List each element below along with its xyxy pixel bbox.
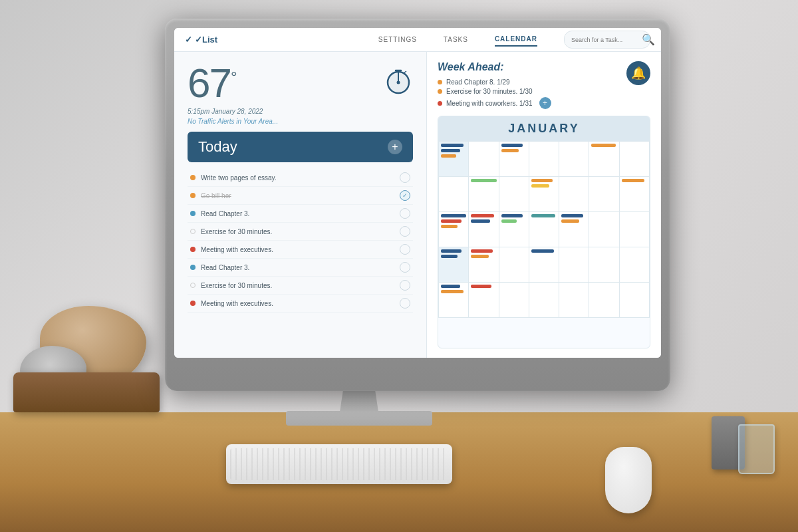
task-row: Read Chapter 3. — [188, 259, 413, 277]
monitor-stand-base — [286, 411, 432, 426]
weather-traffic: No Traffic Alerts in Your Area... — [188, 118, 278, 125]
cal-bar — [471, 255, 489, 258]
cal-bar — [561, 214, 583, 217]
task-text: Meeting with executives. — [201, 300, 394, 307]
check-icon: ✓ — [185, 35, 192, 45]
cal-bar — [591, 144, 615, 147]
weather-datetime: 5:15pm January 28, 2022 — [188, 108, 278, 115]
task-checkbox[interactable] — [400, 226, 410, 237]
cal-cell — [439, 142, 468, 176]
timer-icon[interactable] — [384, 66, 413, 96]
monitor-screen: ✓ ✓List SETTINGS TASKs CALENDAR 🔍 — [174, 28, 661, 358]
task-checkbox[interactable]: ✓ — [400, 190, 410, 201]
svg-point-4 — [397, 81, 400, 84]
cal-bar — [501, 149, 519, 152]
cal-cell — [529, 142, 559, 176]
nav-tasks[interactable]: TASKs — [444, 33, 468, 46]
today-label: Today — [198, 138, 237, 156]
cal-bar — [441, 255, 458, 258]
cal-bar — [531, 179, 553, 182]
nav-settings[interactable]: SETTINGS — [378, 33, 417, 46]
cal-cell — [499, 142, 529, 176]
notification-bell-button[interactable]: 🔔 — [626, 61, 650, 85]
task-dot — [190, 301, 196, 306]
week-item: Read Chapter 8. 1/29 — [438, 78, 650, 86]
cal-bar — [441, 154, 456, 158]
task-row: Go bill her ✓ — [188, 187, 413, 205]
cal-cell — [589, 177, 618, 211]
cal-bar — [471, 179, 496, 182]
task-dot — [190, 247, 196, 252]
task-row: Write two pages of essay. — [188, 169, 413, 187]
week-dot — [438, 89, 442, 94]
cal-bar — [561, 219, 579, 223]
week-item-text: Read Chapter 8. 1/29 — [446, 78, 510, 86]
task-row: Read Chapter 3. — [188, 205, 413, 223]
task-dot — [190, 175, 196, 180]
cal-cell — [589, 142, 618, 176]
task-checkbox[interactable] — [400, 262, 410, 273]
week-item: Meeting with coworkers. 1/31 + — [438, 97, 650, 109]
add-week-item-button[interactable]: + — [539, 97, 551, 109]
task-dot — [190, 283, 196, 288]
task-checkbox[interactable] — [400, 172, 410, 183]
cal-cell — [499, 177, 529, 211]
app-logo[interactable]: ✓ ✓List — [185, 35, 217, 45]
nav-calendar[interactable]: CALENDAR — [495, 33, 537, 47]
task-dot — [190, 211, 196, 216]
task-text: Read Chapter 3. — [201, 264, 394, 271]
calendar-grid — [438, 141, 650, 318]
cal-bar — [441, 214, 466, 217]
cal-cell — [499, 212, 529, 247]
bell-icon: 🔔 — [631, 66, 646, 80]
task-text: Exercise for 30 minutes. — [201, 228, 394, 235]
cal-bar — [441, 290, 464, 293]
cal-bar — [441, 225, 458, 228]
cal-bar — [441, 219, 462, 223]
cal-cell — [589, 283, 618, 317]
week-dot — [438, 80, 442, 84]
app-content: 67° 5:15pm January 28, 2022 No Traffic A… — [174, 52, 661, 358]
cal-cell — [620, 283, 649, 317]
keyboard — [226, 444, 452, 484]
calendar-month-header: JANUARY — [438, 116, 650, 141]
task-row: Meeting with executives. — [188, 295, 413, 313]
task-checkbox[interactable] — [400, 244, 410, 255]
task-list: Write two pages of essay. Go bill her ✓ … — [188, 169, 413, 313]
task-row: Exercise for 30 minutes. — [188, 223, 413, 241]
task-text: Write two pages of essay. — [201, 174, 394, 182]
add-task-button[interactable]: + — [388, 140, 402, 154]
weather-section: 67° 5:15pm January 28, 2022 No Traffic A… — [188, 63, 413, 125]
task-checkbox[interactable] — [400, 208, 410, 219]
week-items: Read Chapter 8. 1/29 Exercise for 30 min… — [438, 78, 650, 109]
right-panel: Week Ahead: 🔔 Read Chapter 8. 1/29 Exerc… — [427, 52, 661, 358]
cal-bar — [471, 285, 491, 288]
cal-cell — [620, 247, 649, 282]
task-text: Meeting with executives. — [201, 246, 394, 253]
glass-cup — [738, 424, 775, 474]
cal-cell — [469, 283, 498, 317]
task-row: Meeting with executives. — [188, 241, 413, 259]
today-header: Today + — [188, 132, 413, 162]
cal-bar — [441, 285, 460, 288]
left-panel: 67° 5:15pm January 28, 2022 No Traffic A… — [174, 52, 427, 358]
week-item-text: Exercise for 30 minutes. 1/30 — [446, 88, 533, 95]
week-ahead-title: Week Ahead: — [438, 61, 650, 73]
search-input[interactable] — [571, 37, 638, 43]
nav-links: SETTINGS TASKs CALENDAR — [378, 33, 537, 47]
task-checkbox[interactable] — [400, 280, 410, 291]
cal-cell — [559, 177, 589, 211]
cal-bar — [471, 249, 493, 253]
task-text: Read Chapter 3. — [201, 210, 394, 217]
task-checkbox[interactable] — [400, 298, 410, 309]
calendar-section: JANUARY — [438, 116, 650, 348]
cal-cell — [499, 283, 529, 317]
search-box[interactable]: 🔍 — [564, 31, 650, 49]
svg-line-5 — [404, 71, 406, 73]
nav-bar: ✓ ✓List SETTINGS TASKs CALENDAR 🔍 — [174, 28, 661, 52]
cal-bar — [501, 219, 517, 223]
cal-cell — [620, 212, 649, 247]
cal-cell — [469, 142, 498, 176]
cal-bar — [531, 214, 555, 217]
monitor-frame: ✓ ✓List SETTINGS TASKs CALENDAR 🔍 — [165, 19, 670, 391]
